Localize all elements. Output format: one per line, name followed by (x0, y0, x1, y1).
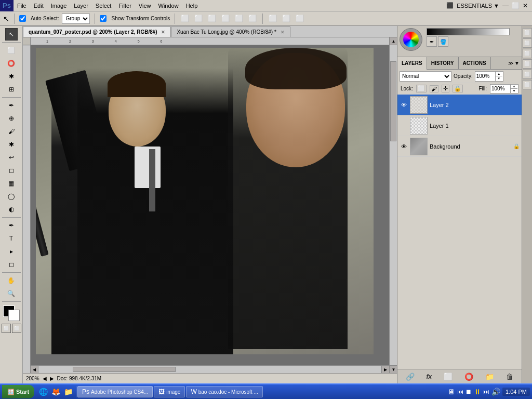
adjustment-btn[interactable]: ⭕ (464, 373, 473, 381)
opacity-input[interactable] (475, 72, 495, 81)
essentials-btn[interactable]: ESSENTIALS ▼ (457, 3, 499, 9)
brush-tool[interactable]: 🖌 (5, 125, 18, 138)
h-scrollbar[interactable]: ◀ ▶ (31, 365, 389, 373)
shape-tool[interactable]: ◻ (5, 258, 18, 271)
blend-mode-select[interactable]: Normal (400, 71, 451, 82)
new-group-btn[interactable]: 📁 (485, 373, 494, 381)
media-prev-btn[interactable]: ⏮ (457, 388, 463, 395)
status-nav-right[interactable]: ▶ (50, 376, 54, 381)
media-next-btn[interactable]: ⏭ (483, 388, 489, 395)
scroll-left-btn[interactable]: ◀ (31, 366, 38, 374)
zoom-tool[interactable]: 🔍 (5, 287, 18, 300)
auto-select-dropdown[interactable]: Group (62, 14, 90, 24)
tab-layer2[interactable]: quantum_007_poster.psd @ 200% (Layer 2, … (23, 26, 171, 37)
lock-all-icon[interactable]: 🔒 (453, 85, 463, 92)
media-play-btn[interactable]: ⏸ (474, 388, 481, 396)
status-nav-left[interactable]: ◀ (43, 376, 47, 381)
fill-spinner[interactable]: ▲ ▼ (510, 85, 517, 93)
quicklaunch-folder[interactable]: 📁 (62, 386, 74, 397)
menu-image[interactable]: Image (47, 0, 71, 11)
pen-tool[interactable]: ✒ (5, 219, 18, 232)
align-right-icon[interactable]: ⬜ (207, 15, 217, 22)
palette-btn-2[interactable]: ⬜ (523, 38, 532, 48)
network-icon[interactable]: 🖥 (448, 388, 455, 396)
tab-close-2[interactable]: ✕ (281, 30, 285, 35)
opacity-spinner[interactable]: ▲ ▼ (495, 72, 502, 81)
palette-btn-5[interactable]: ⬜ (523, 70, 532, 79)
palette-btn-3[interactable]: ⬜ (523, 49, 532, 58)
palette-btn-4[interactable]: ⬜ (523, 59, 532, 69)
scroll-up-btn[interactable]: ▲ (390, 37, 397, 45)
align-bottom-icon[interactable]: ⬜ (247, 15, 258, 22)
quick-select-tool[interactable]: ✱ (5, 70, 18, 83)
distribute-icon1[interactable]: ⬜ (268, 15, 278, 22)
link-layers-btn[interactable]: 🔗 (406, 373, 415, 381)
h-scrollbar-thumb[interactable] (73, 367, 176, 372)
close-btn[interactable]: ✕ (523, 2, 528, 9)
healing-tool[interactable]: ⊕ (5, 112, 18, 125)
layers-tab[interactable]: LAYERS (397, 57, 427, 70)
quicklaunch-firefox[interactable]: 🦊 (50, 386, 61, 397)
gradient-tool[interactable]: ▦ (5, 177, 18, 190)
background-color[interactable] (8, 310, 20, 321)
add-mask-btn[interactable]: ⬜ (444, 373, 453, 381)
distribute-icon3[interactable]: ⬜ (295, 15, 305, 22)
restore-btn[interactable]: ⬜ (512, 2, 520, 9)
menu-file[interactable]: File (14, 0, 30, 11)
quick-mask-btn[interactable]: ⬜ (2, 324, 11, 333)
align-left-icon[interactable]: ⬜ (180, 15, 190, 22)
move-tool[interactable]: ↖ (5, 28, 18, 41)
taskbar-word[interactable]: W bao cao.doc - Microsoft ... (186, 386, 262, 397)
layer1-visibility-btn[interactable]: 👁 (400, 122, 408, 130)
lasso-tool[interactable]: ⭕ (5, 57, 18, 70)
history-tab[interactable]: HISTORY (427, 57, 459, 70)
eyedropper-btn[interactable]: ✒ (427, 36, 437, 47)
path-select-tool[interactable]: ▸ (5, 245, 18, 258)
scroll-down-btn[interactable]: ▼ (390, 365, 397, 373)
palette-btn-6[interactable]: ⬜ (523, 80, 532, 89)
fill-input[interactable] (490, 85, 510, 93)
eraser-tool[interactable]: ◻ (5, 164, 18, 177)
taskbar-image[interactable]: 🖼 image (154, 386, 185, 397)
clone-stamp-tool[interactable]: ✱ (5, 138, 18, 151)
blur-tool[interactable]: ◯ (5, 190, 18, 203)
layers-expand-icon[interactable]: ≫ (508, 60, 513, 66)
transform-controls-checkbox[interactable] (100, 15, 107, 22)
taskbar-photoshop[interactable]: Ps Adobe Photoshop CS4... (77, 386, 153, 397)
lock-image-icon[interactable]: 🖌 (430, 85, 438, 92)
history-brush-tool[interactable]: ↩ (5, 151, 18, 164)
quicklaunch-ie[interactable]: 🌐 (37, 386, 49, 397)
menu-edit[interactable]: Edit (30, 0, 47, 11)
align-center-v-icon[interactable]: ⬜ (234, 15, 244, 22)
palette-btn-1[interactable]: ⬜ (523, 28, 532, 37)
color-wheel[interactable] (400, 28, 422, 51)
layer-item-layer1[interactable]: 👁 Layer 1 (397, 115, 522, 136)
delete-layer-btn[interactable]: 🗑 (506, 373, 513, 381)
align-top-icon[interactable]: ⬜ (220, 15, 231, 22)
layer-item-layer2[interactable]: 👁 Layer 2 (397, 95, 522, 115)
menu-select[interactable]: Select (92, 0, 115, 11)
background-visibility-btn[interactable]: 👁 (400, 142, 408, 151)
tab-xuanbac[interactable]: Xuan Bac Tu Long.jpg @ 400% (RGB/8#) * ✕ (171, 26, 290, 37)
marquee-tool[interactable]: ⬜ (5, 44, 18, 57)
distribute-icon2[interactable]: ⬜ (281, 15, 291, 22)
minimize-btn[interactable]: — (502, 2, 509, 9)
tab-close-1[interactable]: ✕ (161, 30, 165, 35)
eyedropper-tool[interactable]: ✒ (5, 99, 18, 112)
volume-icon[interactable]: 🔊 (491, 388, 500, 396)
layer-item-background[interactable]: 👁 Background 🔒 (397, 136, 522, 157)
lock-position-icon[interactable]: ✛ (442, 85, 449, 92)
start-button[interactable]: 🪟 Start (2, 385, 34, 398)
scroll-right-btn[interactable]: ▶ (381, 366, 389, 374)
media-stop-btn[interactable]: ⏹ (466, 388, 472, 395)
menu-layer[interactable]: Layer (70, 0, 92, 11)
layers-menu-icon[interactable]: ▼ (514, 60, 520, 66)
layer2-visibility-btn[interactable]: 👁 (400, 101, 408, 109)
gradient-preview[interactable] (427, 28, 510, 35)
menu-window[interactable]: Window (155, 0, 182, 11)
paint-bucket-btn[interactable]: 🪣 (438, 36, 448, 47)
align-center-h-icon[interactable]: ⬜ (193, 15, 204, 22)
canvas-viewport[interactable]: ◀ ▶ (31, 45, 389, 373)
standard-mode-btn[interactable]: ⬜ (12, 324, 21, 333)
crop-tool[interactable]: ⊞ (5, 83, 18, 96)
